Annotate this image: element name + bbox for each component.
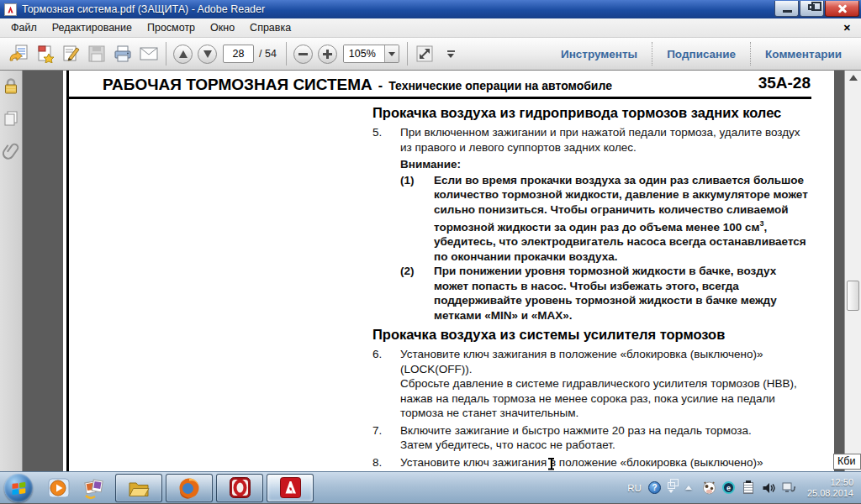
- page-header: РАБОЧАЯ ТОРМОЗНАЯ СИСТЕМА - Технические …: [103, 76, 813, 94]
- overflow-chevron-icon: [447, 50, 455, 58]
- step-8: 8. Установите ключ зажигания в положение…: [372, 455, 818, 470]
- minus-icon: [298, 53, 308, 55]
- scrollbar-thumb[interactable]: [847, 281, 859, 311]
- cow-tray-icon[interactable]: [702, 481, 716, 495]
- taskbar-clock[interactable]: 12:50 25.08.2014: [807, 477, 857, 499]
- zoom-level-control: 105%: [343, 45, 399, 63]
- page-thumbnails-icon[interactable]: [2, 109, 20, 128]
- header-rule: [66, 97, 811, 99]
- taskbar-media-player-button[interactable]: [41, 473, 77, 503]
- cow-icon: [702, 480, 716, 495]
- volume-tray-icon[interactable]: [762, 481, 775, 495]
- zoom-in-button[interactable]: [318, 45, 337, 64]
- email-button[interactable]: [135, 42, 161, 66]
- network-tray-icon[interactable]: [782, 481, 795, 495]
- page-count-label: / 54: [259, 48, 277, 60]
- taskbar-item-opera[interactable]: [216, 474, 263, 502]
- step-8-number: 8.: [372, 455, 400, 470]
- language-indicator[interactable]: RU: [627, 483, 642, 493]
- warning-2-number: (2): [400, 264, 434, 323]
- page-header-subtitle: Технические операции на автомобиле: [388, 79, 612, 92]
- section1-heading: Прокачка воздуха из гидропривода тормозо…: [372, 104, 784, 121]
- print-button[interactable]: [109, 42, 135, 66]
- eset-tray-icon[interactable]: e: [722, 481, 735, 494]
- step-7-text: Включите зажигание и быстро нажмите 20 р…: [400, 423, 814, 453]
- opera-icon: [230, 477, 251, 498]
- menu-item-window[interactable]: Окно: [203, 19, 242, 36]
- desktop-screen: Тормозная система.pdf (ЗАЩИТА) - Adobe R…: [0, 0, 861, 504]
- network-icon: [782, 481, 795, 495]
- help-tray-icon[interactable]: ?: [648, 481, 661, 494]
- toolbar-overflow-button[interactable]: [438, 42, 464, 66]
- warning-1-number: (1): [400, 173, 434, 265]
- scroll-up-button[interactable]: [845, 71, 861, 85]
- pdf-page: РАБОЧАЯ ТОРМОЗНАЯ СИСТЕМА - Технические …: [63, 71, 834, 471]
- create-pdf-button[interactable]: [31, 42, 57, 66]
- windows-logo-icon: [12, 481, 26, 495]
- window-arrange-tray-icon[interactable]: [668, 482, 675, 493]
- vertical-scrollbar[interactable]: [844, 71, 861, 471]
- step-5-text: При включенном зажигании и при нажатой п…: [400, 125, 814, 155]
- section2-heading: Прокачка воздуха из системы усилителя то…: [372, 326, 784, 343]
- taskbar-item-explorer[interactable]: [115, 474, 162, 502]
- comments-panel-button[interactable]: Комментарии: [750, 42, 856, 66]
- email-icon: [139, 45, 159, 63]
- restore-button[interactable]: [800, 1, 824, 17]
- step-5-number: 5.: [372, 125, 400, 155]
- minimize-button[interactable]: [774, 1, 799, 17]
- sign-document-button[interactable]: [57, 42, 83, 66]
- taskbar-photo-viewer-button[interactable]: [77, 473, 112, 503]
- zoom-out-button[interactable]: [293, 45, 313, 64]
- warning-item-1: (1) Если во время прокачки воздуха за од…: [400, 173, 818, 265]
- save-button[interactable]: [83, 42, 109, 66]
- start-button[interactable]: [4, 474, 33, 502]
- zoom-dropdown-button[interactable]: [384, 45, 399, 62]
- taskbar-item-adobe-reader[interactable]: [267, 474, 314, 502]
- page-number-input[interactable]: 28: [223, 45, 254, 63]
- previous-page-button[interactable]: [173, 45, 193, 64]
- menubar: Файл Редактирование Просмотр Окно Справк…: [0, 18, 861, 38]
- fit-window-button[interactable]: [412, 42, 438, 66]
- attachments-icon[interactable]: [2, 141, 20, 161]
- plus-icon: [323, 50, 332, 59]
- open-icon: [8, 45, 29, 63]
- menu-item-file[interactable]: Файл: [3, 19, 45, 36]
- warning-1-text: Если во время прокачки воздуха за один р…: [434, 173, 814, 265]
- media-player-icon: [48, 477, 70, 499]
- step-6-number: 6.: [372, 347, 400, 421]
- next-page-button[interactable]: [198, 45, 217, 64]
- scroll-up-icon: [849, 75, 858, 81]
- tools-panel-button[interactable]: Инструменты: [547, 42, 652, 66]
- restore-icon: [808, 4, 815, 10]
- warning-item-2: (2) При понижении уровня тормозной жидко…: [400, 264, 818, 323]
- step-5: 5. При включенном зажигании и при нажато…: [372, 125, 818, 155]
- navigation-pane: [0, 71, 23, 471]
- sign-panel-button[interactable]: Подписание: [652, 42, 750, 66]
- page-content: Прокачка воздуха из гидропривода тормозо…: [372, 104, 818, 471]
- menu-item-help[interactable]: Справка: [242, 19, 298, 36]
- page-header-title: РАБОЧАЯ ТОРМОЗНАЯ СИСТЕМА: [103, 76, 372, 94]
- toolbar-separator: [166, 42, 166, 66]
- window-arrange-icon: [668, 482, 675, 489]
- page-header-separator: -: [378, 78, 383, 93]
- taskbar-item-firefox[interactable]: [166, 474, 213, 502]
- menu-item-view[interactable]: Просмотр: [140, 19, 203, 36]
- up-triangle-icon: [685, 486, 692, 490]
- menu-item-edit[interactable]: Редактирование: [45, 19, 140, 36]
- save-icon: [87, 45, 106, 63]
- explorer-folder-icon: [128, 478, 150, 498]
- menubar-close-icon[interactable]: ✕: [843, 23, 861, 34]
- open-button[interactable]: [5, 42, 31, 66]
- page-frame-line: [66, 71, 69, 471]
- show-hidden-icons-button[interactable]: [682, 481, 695, 495]
- toolbar-separator: [407, 42, 408, 66]
- close-button[interactable]: [825, 1, 859, 17]
- document-canvas: РАБОЧАЯ ТОРМОЗНАЯ СИСТЕМА - Технические …: [23, 71, 844, 471]
- clock-date: 25.08.2014: [807, 488, 853, 499]
- chevron-down-icon: [388, 52, 395, 56]
- system-tray: RU ? e 12:50 25.08.2014: [627, 477, 861, 499]
- clipboard-tray-icon[interactable]: [742, 481, 755, 495]
- firefox-icon: [178, 477, 200, 499]
- zoom-level-input[interactable]: 105%: [344, 45, 384, 62]
- security-lock-icon[interactable]: [2, 77, 20, 96]
